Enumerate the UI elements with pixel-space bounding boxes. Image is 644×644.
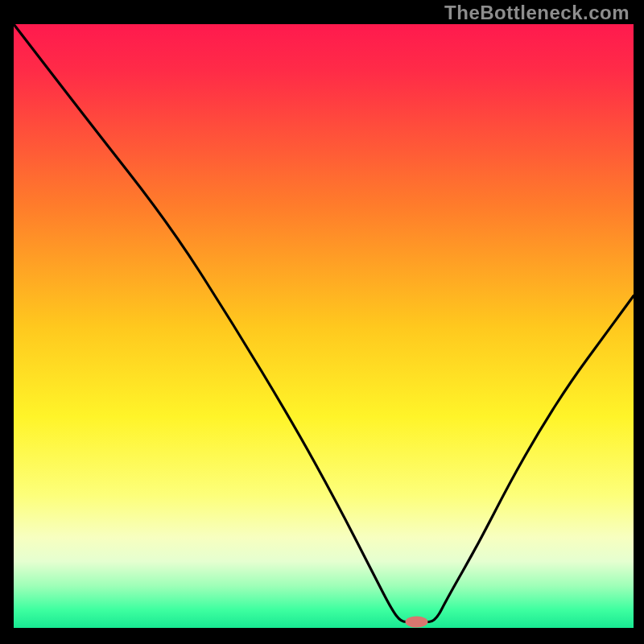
optimum-marker — [406, 617, 428, 628]
watermark-text: TheBottleneck.com — [444, 2, 630, 24]
bottleneck-chart: TheBottleneck.com — [0, 0, 644, 644]
chart-svg — [0, 0, 644, 644]
chart-background — [14, 24, 634, 628]
